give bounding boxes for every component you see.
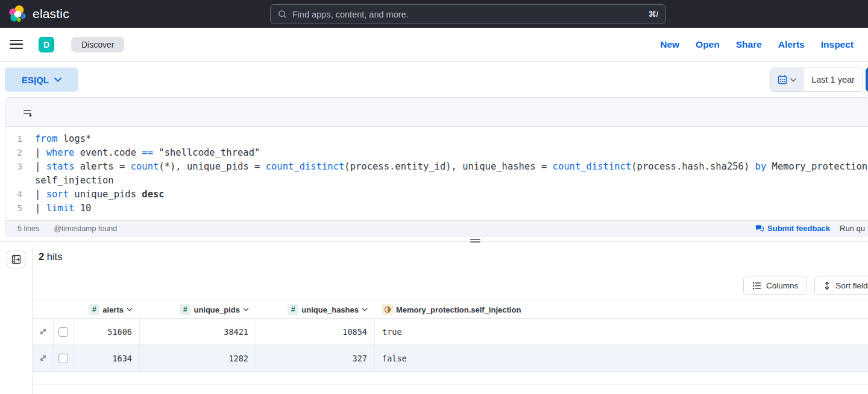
breadcrumb[interactable]: Discover xyxy=(71,37,124,52)
line-number: 4 xyxy=(5,188,22,202)
table-row: 51606 38421 10854 true xyxy=(33,319,868,345)
menu-hamburger-icon[interactable] xyxy=(10,40,23,49)
time-range-value[interactable]: Last 1 year xyxy=(804,68,863,91)
grid-bottom-border xyxy=(33,384,868,385)
brand-name: elastic xyxy=(33,7,69,21)
query-bar: ES|QL Last 1 year xyxy=(0,62,868,97)
esql-mode-dropdown[interactable]: ES|QL xyxy=(5,68,78,92)
panel-expand-icon xyxy=(11,255,21,264)
list-icon xyxy=(752,282,761,290)
cell-unique-hashes: 327 xyxy=(256,345,375,371)
code-line[interactable]: 5| limit 10 xyxy=(5,202,868,215)
code-text: self_injection xyxy=(22,174,114,188)
grid-toolbar: Columns Sort fields xyxy=(743,276,868,295)
resize-drag-handle[interactable] xyxy=(470,239,480,243)
expand-row-cell xyxy=(33,319,54,345)
column-header-alerts[interactable]: # alerts xyxy=(74,304,140,315)
columns-button-label: Columns xyxy=(766,281,798,290)
code-line[interactable]: 2| where event.code == "shellcode_thread… xyxy=(5,146,868,160)
sort-arrows-icon xyxy=(823,281,831,290)
update-query-button[interactable] xyxy=(866,68,868,92)
date-picker-quick-menu[interactable] xyxy=(771,68,804,91)
row-checkbox[interactable] xyxy=(58,354,68,363)
select-row-cell xyxy=(54,319,74,345)
hits-count: 2 hits xyxy=(39,251,62,262)
columns-button[interactable]: Columns xyxy=(743,276,807,295)
chevron-down-icon xyxy=(790,78,796,82)
sort-fields-button[interactable]: Sort fields xyxy=(814,276,868,295)
boolean-field-icon xyxy=(382,304,393,315)
line-count: 5 lines xyxy=(17,224,39,233)
cell-unique-hashes: 10854 xyxy=(256,319,375,345)
line-number: 3 xyxy=(5,160,22,174)
number-field-icon: # xyxy=(89,304,99,315)
code-line[interactable]: self_injection xyxy=(5,174,868,188)
run-query-button[interactable]: Run qu xyxy=(840,224,865,233)
nav-actions: New Open Share Alerts Inspect xyxy=(660,39,858,50)
open-fields-sidebar-button[interactable] xyxy=(7,250,25,268)
line-number: 1 xyxy=(5,132,22,146)
line-number: 2 xyxy=(5,146,22,160)
line-number: 5 xyxy=(5,202,22,215)
select-row-cell xyxy=(54,345,74,371)
submit-feedback-label: Submit feedback xyxy=(767,224,830,233)
cell-unique-pids: 1282 xyxy=(140,345,256,371)
number-field-icon: # xyxy=(180,304,190,315)
code-line[interactable]: 3| stats alerts = count(*), unique_pids … xyxy=(5,160,868,174)
expand-row-cell xyxy=(33,345,54,371)
search-placeholder: Find apps, content, and more. xyxy=(292,10,409,19)
elastic-brand[interactable]: elastic xyxy=(0,5,69,23)
panel-divider xyxy=(0,241,868,242)
hits-label: hits xyxy=(47,251,63,262)
chevron-down-icon xyxy=(243,308,249,311)
code-text: from logs* xyxy=(22,132,91,146)
esql-editor-panel: 1from logs*2| where event.code == "shell… xyxy=(5,97,868,237)
esql-editor-toolbar xyxy=(5,98,868,127)
calendar-icon xyxy=(778,75,787,84)
table-row: 1634 1282 327 false xyxy=(33,345,868,372)
open-button[interactable]: Open xyxy=(696,39,720,50)
grid-header-row: # alerts # unique_pids # unique_hashes M… xyxy=(33,300,868,319)
cell-memory-protection: true xyxy=(375,319,868,345)
discover-app-badge[interactable]: D xyxy=(39,37,54,52)
esql-editor-code[interactable]: 1from logs*2| where event.code == "shell… xyxy=(5,127,868,220)
submit-feedback-link[interactable]: Submit feedback xyxy=(755,224,830,233)
chevron-down-icon xyxy=(362,308,368,311)
feedback-bubble-icon xyxy=(755,224,764,232)
date-picker: Last 1 year xyxy=(770,68,863,92)
global-header: elastic Find apps, content, and more. ⌘/ xyxy=(0,0,868,28)
cell-alerts: 1634 xyxy=(74,345,140,371)
expand-row-icon[interactable] xyxy=(39,354,47,362)
results-section: 2 hits Columns Sort fields # alerts xyxy=(0,245,868,394)
global-search-input[interactable]: Find apps, content, and more. ⌘/ xyxy=(270,4,666,24)
alerts-button[interactable]: Alerts xyxy=(778,39,805,50)
code-text: | limit 10 xyxy=(22,202,91,215)
cell-alerts: 51606 xyxy=(74,319,140,345)
chevron-down-icon xyxy=(54,77,61,82)
number-field-icon: # xyxy=(288,304,298,315)
cell-memory-protection: false xyxy=(375,345,868,371)
word-wrap-icon[interactable] xyxy=(22,107,33,118)
row-checkbox[interactable] xyxy=(58,327,68,337)
new-button[interactable]: New xyxy=(660,39,679,50)
esql-mode-label: ES|QL xyxy=(22,75,49,85)
sort-fields-button-label: Sort fields xyxy=(835,281,868,290)
search-icon xyxy=(278,10,287,19)
elastic-logo-icon xyxy=(8,5,27,23)
results-data-grid: # alerts # unique_pids # unique_hashes M… xyxy=(33,300,868,372)
hits-value: 2 xyxy=(39,251,44,262)
cell-unique-pids: 38421 xyxy=(140,319,256,345)
code-line[interactable]: 4| sort unique_pids desc xyxy=(5,188,868,202)
code-text: | sort unique_pids desc xyxy=(22,188,165,202)
inspect-button[interactable]: Inspect xyxy=(821,39,854,50)
column-header-unique-pids[interactable]: # unique_pids xyxy=(140,304,256,315)
column-header-unique-hashes[interactable]: # unique_hashes xyxy=(256,304,375,315)
line-number xyxy=(5,174,22,188)
expand-row-icon[interactable] xyxy=(39,328,47,335)
column-header-memory-protection[interactable]: Memory_protection.self_injection xyxy=(375,304,868,315)
code-text: | where event.code == "shellcode_thread" xyxy=(22,146,260,160)
timestamp-found-note: @timestamp found xyxy=(54,224,117,233)
sidebar-rail xyxy=(0,245,33,394)
share-button[interactable]: Share xyxy=(736,39,762,50)
code-line[interactable]: 1from logs* xyxy=(5,132,868,146)
